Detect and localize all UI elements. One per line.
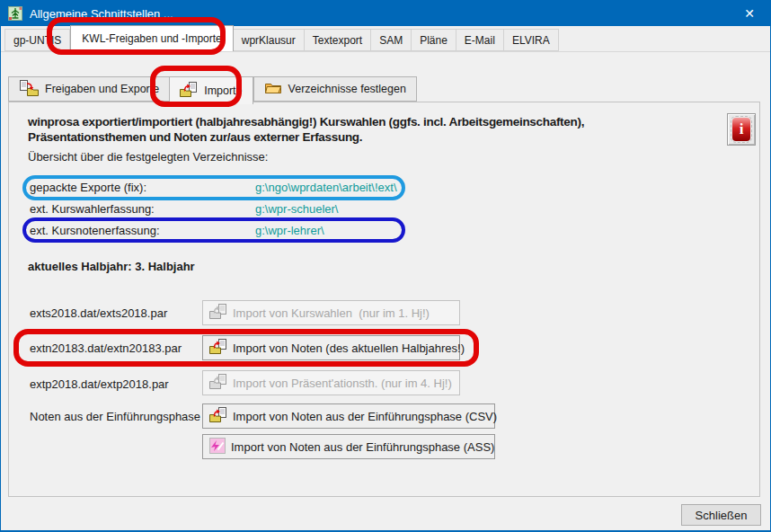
directory-path: g:\ngo\wprdaten\arbeit\!ext\ [255,181,397,197]
schliessen-button[interactable]: Schließen [681,504,761,526]
close-icon: ✕ [744,6,755,21]
button-label: Import von Präsent'ationsth. (nur im 4. … [233,377,452,390]
tab-textexport[interactable]: Textexport [305,29,371,51]
intro-text-line2: Präsentationsthemen und Noten zur/aus ex… [28,130,362,144]
directory-row-kursnotenerfassung: ext. Kursnotenerfassung: g:\wpr-lehrer\ [30,224,324,240]
overview-heading: Übersicht über die festgelegten Verzeich… [28,150,268,164]
info-icon: i [732,118,750,141]
directory-path: g:\wpr-schueler\ [255,202,338,218]
titlebar: Allgemeine Schnittstellen ... ✕ [1,1,770,26]
import-noten-ass-button[interactable]: Import von Noten aus der Einführungsphas… [202,434,495,459]
file-label-extn: extn20183.dat/extn20183.par [30,341,182,357]
import-icon [209,407,227,425]
sub-tab-bar: Freigaben und Exporte Importe [8,76,417,102]
ass-icon [209,438,226,457]
export-icon [19,80,39,99]
button-label: Import von Noten aus der Einführungsphas… [233,410,497,423]
subtab-freigaben-und-exporte[interactable]: Freigaben und Exporte [8,76,169,102]
directory-label: ext. Kursnotenerfassung: [30,224,255,240]
folder-open-icon [264,81,282,98]
import-praesentationsthemen-button: Import von Präsent'ationsth. (nur im 4. … [202,370,460,395]
intro-text-line1: winprosa exportiert/importiert (halbjahr… [28,115,584,129]
directory-row-kurswahlerfassung: ext. Kurswahlerfassung: g:\wpr-schueler\ [30,202,338,218]
window-title: Allgemeine Schnittstellen ... [30,7,173,21]
directory-row-gepackte-exporte: gepackte Exporte (fix): g:\ngo\wprdaten\… [30,181,397,197]
button-label: Import von Kurswahlen (nur im 1. Hj!) [233,306,430,320]
subtab-label: Freigaben und Exporte [45,83,159,95]
directory-path: g:\wpr-lehrer\ [255,224,324,240]
tab-kwl-freigaben-und-importe[interactable]: KWL-Freigaben und -Importe [70,25,233,51]
import-kurswahlen-button: Import von Kurswahlen (nur im 1. Hj!) [202,300,460,325]
directory-label: gepackte Exporte (fix): [30,181,255,197]
button-label: Import von Noten (des aktuellen Halbjahr… [233,341,465,355]
tab-plaene[interactable]: Pläne [412,29,456,51]
einfuehrungsphase-label: Noten aus der Einführungsphase [30,409,200,425]
dialog-window: Allgemeine Schnittstellen ... ✕ gp-UNTIS… [0,0,771,532]
subtab-label: Importe [204,84,242,97]
import-noten-button[interactable]: Import von Noten (des aktuellen Halbjahr… [202,335,460,360]
subtab-importe[interactable]: Importe [169,76,253,104]
file-label-extp: extp2018.dat/extp2018.par [30,377,169,393]
tab-email[interactable]: E-Mail [456,29,504,51]
current-halbjahr-text: aktuelles Halbjahr: 3. Halbjahr [28,260,195,273]
file-label-exts: exts2018.dat/exts2018.par [30,306,167,322]
main-tab-bar: gp-UNTIS KWL-Freigaben und -Importe wprK… [1,26,770,52]
tab-gp-untis[interactable]: gp-UNTIS [4,29,70,51]
tab-sam[interactable]: SAM [371,29,412,51]
app-icon [8,6,22,21]
info-button[interactable]: i [727,113,756,146]
import-icon [209,304,227,322]
subtab-verzeichnisse-festlegen[interactable]: Verzeichnisse festlegen [253,76,417,102]
directory-label: ext. Kurswahlerfassung: [30,202,255,218]
subtab-label: Verzeichnisse festlegen [288,83,406,95]
import-noten-csv-button[interactable]: Import von Noten aus der Einführungsphas… [202,403,495,429]
import-icon [209,374,227,392]
close-button[interactable]: ✕ [729,1,770,26]
button-label: Import von Noten aus der Einführungsphas… [231,440,494,454]
import-icon [180,82,198,100]
tab-elvira[interactable]: ELVIRA [504,29,559,51]
tab-wprklausur[interactable]: wprKlausur [234,29,305,51]
import-icon [209,339,227,357]
